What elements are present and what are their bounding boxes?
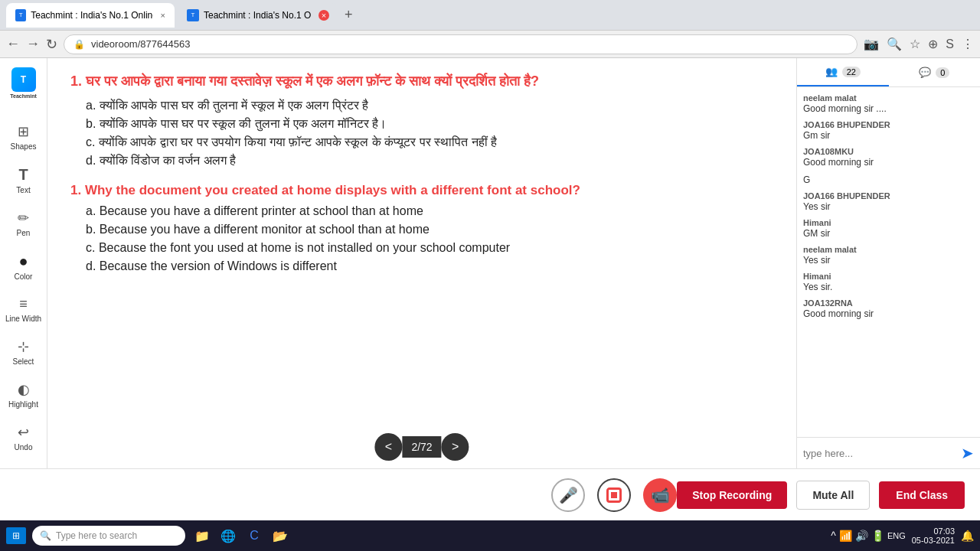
english-option-c: c. Because the font you used at home is … bbox=[86, 241, 773, 255]
participants-count: 22 bbox=[842, 67, 861, 77]
star-icon[interactable]: ☆ bbox=[910, 37, 920, 51]
lock-icon: 🔒 bbox=[74, 39, 85, 50]
tab-2[interactable]: T Teachmint : India's No.1 On... × bbox=[178, 3, 338, 28]
eng-opt-d-text: d. Because the version of Windows is dif… bbox=[86, 259, 337, 272]
taskbar-app-icons: 📁 🌐 C 📂 bbox=[191, 525, 291, 546]
sidebar-item-line-width[interactable]: ≡ Line Width bbox=[0, 290, 47, 329]
chat-input[interactable] bbox=[803, 448, 956, 459]
english-q-prefix: 1. bbox=[70, 183, 85, 197]
screen-record-button[interactable] bbox=[597, 478, 631, 512]
tab1-close[interactable]: × bbox=[161, 11, 165, 20]
taskbar: ⊞ 🔍 Type here to search 📁 🌐 C 📂 ^ 📶 🔊 🔋 … bbox=[0, 520, 980, 551]
end-class-button[interactable]: End Class bbox=[879, 481, 965, 509]
stop-recording-button[interactable]: Stop Recording bbox=[677, 481, 787, 509]
select-icon: ⊹ bbox=[18, 338, 29, 355]
hindi-opt-b-text: b. क्योंकि आपके पास घर पर स्कूल की तुलना… bbox=[86, 117, 387, 130]
sidebar-item-text[interactable]: T Text bbox=[0, 160, 47, 201]
sidebar-item-color[interactable]: ● Color bbox=[0, 246, 47, 287]
messages-count: 0 bbox=[936, 67, 949, 78]
start-button[interactable]: ⊞ bbox=[6, 527, 26, 544]
chat-panel: 👥 22 💬 0 neelam malat Good morning sir .… bbox=[796, 58, 980, 468]
network-icon[interactable]: 📶 bbox=[839, 530, 852, 542]
chat-header: 👥 22 💬 0 bbox=[797, 58, 980, 87]
taskbar-chrome[interactable]: C bbox=[243, 525, 265, 546]
mute-all-button[interactable]: Mute All bbox=[796, 481, 870, 510]
shapes-label: Shapes bbox=[11, 142, 37, 151]
taskbar-search[interactable]: 🔍 Type here to search bbox=[32, 526, 185, 546]
microphone-button[interactable]: 🎤 bbox=[551, 478, 585, 512]
taskbar-folder[interactable]: 📂 bbox=[270, 525, 291, 546]
hindi-option-a: a. क्योंकि आपके पास घर की तुलना में स्कू… bbox=[86, 99, 773, 112]
line-width-label: Line Width bbox=[5, 315, 41, 323]
english-q-text: Why the document you created at home dis… bbox=[85, 183, 580, 197]
chevron-icon[interactable]: ^ bbox=[831, 530, 836, 542]
chat-msg-1: neelam malat Good morning sir .... bbox=[803, 93, 974, 114]
eng-opt-a-text: a. Because you have a different printer … bbox=[86, 204, 423, 217]
camera-icon[interactable]: 📷 bbox=[864, 37, 879, 51]
browser-toolbar-icons: 📷 🔍 ☆ ⊕ S ⋮ bbox=[864, 37, 974, 51]
tab2-favicon: T bbox=[187, 9, 199, 21]
messages-tab[interactable]: 💬 0 bbox=[889, 58, 981, 86]
taskbar-file-explorer[interactable]: 📁 bbox=[191, 525, 213, 546]
record-icon bbox=[606, 487, 622, 503]
lang-label[interactable]: ENG bbox=[887, 531, 906, 540]
undo-icon: ↩ bbox=[18, 424, 29, 441]
toolbar-center: 🎤 📹 bbox=[551, 478, 677, 512]
text-label: Text bbox=[16, 186, 30, 194]
hindi-question: 1. घर पर आपके द्वारा बनाया गया दस्तावेज़… bbox=[70, 73, 773, 90]
address-bar[interactable]: 🔒 videoroom/877644563 bbox=[64, 34, 858, 54]
taskbar-edge[interactable]: 🌐 bbox=[217, 525, 239, 546]
sidebar-item-select[interactable]: ⊹ Select bbox=[0, 332, 47, 372]
msg1-text: Good morning sir .... bbox=[803, 103, 974, 114]
hindi-option-d: d. क्योंकि विंडोज का वर्जन अलग है bbox=[86, 154, 773, 168]
new-tab-button[interactable]: + bbox=[341, 4, 356, 26]
english-option-b: b. Because you have a different monitor … bbox=[86, 223, 773, 236]
taskbar-date-text: 05-03-2021 bbox=[912, 536, 955, 545]
sidebar-item-clear-all[interactable]: ✕ Clear All bbox=[0, 461, 47, 468]
messages-icon: 💬 bbox=[919, 67, 931, 78]
next-page-button[interactable]: > bbox=[442, 433, 469, 461]
back-button[interactable]: ← bbox=[6, 36, 20, 52]
sidebar-item-shapes[interactable]: ⊞ Shapes bbox=[0, 117, 47, 157]
profile-icon[interactable]: S bbox=[946, 37, 954, 51]
english-option-d: d. Because the version of Windows is dif… bbox=[86, 259, 773, 273]
hindi-q-prefix: 1. bbox=[70, 73, 86, 89]
sidebar-item-undo[interactable]: ↩ Undo bbox=[0, 418, 47, 458]
hindi-option-c: c. क्योंकि आपके द्वारा घर पर उपयोग किया … bbox=[86, 135, 773, 149]
participants-tab[interactable]: 👥 22 bbox=[797, 58, 889, 86]
menu-icon[interactable]: ⋮ bbox=[962, 37, 974, 51]
tab1-label: Teachmint : India's No.1 Online ... bbox=[31, 10, 152, 21]
msg9-sender: JOA132RNA bbox=[803, 298, 974, 308]
logo-icon: T bbox=[11, 67, 36, 92]
chat-msg-2: JOA166 BHUPENDER Gm sir bbox=[803, 120, 974, 141]
undo-label: Undo bbox=[15, 443, 33, 452]
sidebar-item-highlight[interactable]: ◐ Highlight bbox=[0, 375, 47, 415]
shapes-icon: ⊞ bbox=[18, 123, 29, 140]
reload-button[interactable]: ↻ bbox=[46, 36, 57, 53]
volume-icon[interactable]: 🔊 bbox=[855, 530, 868, 542]
extension-icon[interactable]: ⊕ bbox=[928, 37, 938, 51]
tab-1[interactable]: T Teachmint : India's No.1 Online ... × bbox=[6, 3, 175, 28]
browser-chrome: T Teachmint : India's No.1 Online ... × … bbox=[0, 0, 980, 31]
eng-opt-b-text: b. Because you have a different monitor … bbox=[86, 223, 430, 236]
prev-page-button[interactable]: < bbox=[374, 433, 402, 461]
forward-button[interactable]: → bbox=[26, 36, 40, 52]
zoom-icon[interactable]: 🔍 bbox=[887, 37, 902, 51]
pen-icon: ✏ bbox=[18, 210, 29, 227]
tab2-close[interactable]: × bbox=[318, 10, 329, 21]
hindi-q-text: घर पर आपके द्वारा बनाया गया दस्तावेज़ स्… bbox=[86, 73, 539, 89]
address-bar-row: ← → ↻ 🔒 videoroom/877644563 📷 🔍 ☆ ⊕ S ⋮ bbox=[0, 31, 980, 58]
logo-text: Teachmint bbox=[10, 93, 37, 99]
chat-msg-9: JOA132RNA Good morning sir bbox=[803, 298, 974, 319]
msg3-text: Good morning sir bbox=[803, 157, 974, 168]
chat-msg-3: JOA108MKU Good morning sir bbox=[803, 147, 974, 168]
logo-area: T Teachmint bbox=[0, 64, 47, 105]
video-button[interactable]: 📹 bbox=[643, 478, 677, 512]
send-button[interactable]: ➤ bbox=[961, 444, 974, 462]
taskbar-right: ^ 📶 🔊 🔋 ENG 07:03 05-03-2021 🔔 bbox=[831, 527, 974, 545]
battery-icon[interactable]: 🔋 bbox=[871, 530, 884, 542]
hindi-opt-a-text: a. क्योंकि आपके पास घर की तुलना में स्कू… bbox=[86, 99, 368, 112]
sidebar-item-pen[interactable]: ✏ Pen bbox=[0, 204, 47, 243]
select-label: Select bbox=[13, 357, 34, 366]
notification-icon[interactable]: 🔔 bbox=[961, 530, 974, 542]
